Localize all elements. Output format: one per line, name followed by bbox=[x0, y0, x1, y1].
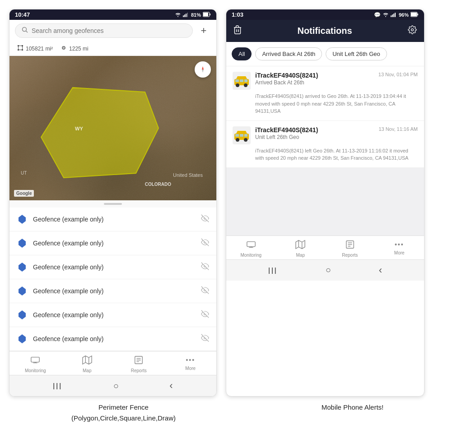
geofence-label: Geofence (example only) bbox=[33, 335, 196, 342]
svg-marker-28 bbox=[83, 356, 92, 364]
list-item[interactable]: Geofence (example only) bbox=[9, 279, 216, 303]
captions-row: Perimeter Fence(Polygon,Circle,Square,Li… bbox=[0, 397, 476, 429]
delete-button[interactable] bbox=[233, 25, 242, 37]
right-status-icons: 💬 96% bbox=[374, 12, 419, 18]
svg-rect-57 bbox=[247, 241, 255, 246]
geofence-list: Geofence (example only) Geofence (exampl… bbox=[9, 208, 216, 351]
eye-slash-icon[interactable] bbox=[201, 262, 209, 272]
left-time: 10:47 bbox=[15, 11, 30, 18]
nav-monitoring-right[interactable]: Monitoring bbox=[226, 240, 276, 258]
distance-icon bbox=[60, 44, 67, 53]
android-home-btn-right[interactable]: ○ bbox=[326, 265, 331, 275]
list-item[interactable]: Geofence (example only) bbox=[9, 327, 216, 351]
map-background: WY United States COLORADO UT Google bbox=[9, 56, 216, 200]
svg-point-52 bbox=[236, 138, 239, 142]
svg-line-8 bbox=[26, 31, 28, 33]
eye-slash-icon[interactable] bbox=[201, 214, 209, 224]
search-input-wrap[interactable] bbox=[15, 23, 193, 38]
car-avatar-2 bbox=[233, 126, 251, 144]
android-menu-btn[interactable]: ||| bbox=[53, 382, 62, 389]
notif-body-2: iTrackEF4940S(8241) 13 Nov, 11:16 AM Uni… bbox=[255, 126, 418, 140]
geofence-polygon[interactable] bbox=[37, 83, 163, 182]
svg-marker-21 bbox=[19, 310, 26, 319]
list-item[interactable]: Geofence (example only) bbox=[9, 208, 216, 231]
right-status-bar: 1:03 💬 96% bbox=[226, 9, 424, 20]
geofence-label: Geofence (example only) bbox=[33, 216, 196, 223]
geofence-icon bbox=[17, 238, 28, 249]
signal-icon-right bbox=[391, 12, 397, 18]
svg-marker-13 bbox=[19, 215, 26, 224]
nav-reports-right[interactable]: Reports bbox=[325, 240, 375, 258]
geofence-label: Geofence (example only) bbox=[33, 240, 196, 247]
eye-slash-icon[interactable] bbox=[201, 310, 209, 320]
map-icon-right bbox=[295, 240, 305, 252]
android-nav-right: ||| ○ ‹ bbox=[226, 259, 424, 281]
add-geofence-button[interactable]: + bbox=[196, 23, 211, 38]
scroll-indicator bbox=[9, 200, 216, 208]
geofence-label: Geofence (example only) bbox=[33, 311, 196, 319]
event-type-2: Unit Left 26th Geo bbox=[255, 134, 418, 140]
timestamp-1: 13 Nov, 01:04 PM bbox=[378, 72, 418, 77]
nav-monitoring[interactable]: Monitoring bbox=[9, 355, 61, 373]
search-bar: + bbox=[9, 20, 216, 42]
android-back-btn[interactable]: ‹ bbox=[169, 380, 173, 392]
google-logo: Google bbox=[14, 190, 34, 197]
compass-button[interactable] bbox=[195, 61, 211, 78]
notif-description-1: iTrackEF4940S(8241) arrived to Geo 26th.… bbox=[233, 92, 418, 115]
svg-rect-55 bbox=[240, 134, 243, 137]
geofence-icon bbox=[17, 214, 28, 225]
notification-item-2[interactable]: iTrackEF4940S(8241) 13 Nov, 11:16 AM Uni… bbox=[226, 121, 424, 168]
list-item[interactable]: Geofence (example only) bbox=[9, 231, 216, 255]
notification-item-1[interactable]: iTrackEF4940S(8241) 13 Nov, 01:04 PM Arr… bbox=[226, 66, 424, 121]
map-label-us: United States bbox=[173, 172, 203, 178]
notifications-header: Notifications bbox=[226, 20, 424, 42]
android-menu-btn-right[interactable]: ||| bbox=[268, 267, 278, 274]
search-input[interactable] bbox=[32, 27, 186, 34]
svg-rect-5 bbox=[203, 13, 208, 16]
area-icon bbox=[17, 44, 24, 53]
nav-map-right[interactable]: Map bbox=[276, 240, 326, 258]
notif-description-2: iTrackEF4940S(8241) left Geo 26th. At 11… bbox=[233, 147, 418, 162]
svg-marker-15 bbox=[19, 239, 26, 248]
svg-marker-12 bbox=[41, 88, 159, 178]
svg-marker-17 bbox=[19, 263, 26, 272]
monitoring-label: Monitoring bbox=[25, 368, 46, 373]
geofence-icon bbox=[17, 309, 28, 320]
svg-marker-19 bbox=[19, 286, 26, 296]
reports-label-right: Reports bbox=[342, 253, 358, 258]
svg-point-47 bbox=[244, 83, 247, 87]
list-item[interactable]: Geofence (example only) bbox=[9, 303, 216, 327]
chip-all[interactable]: All bbox=[232, 47, 252, 60]
monitoring-label-right: Monitoring bbox=[240, 253, 261, 258]
eye-slash-icon[interactable] bbox=[201, 286, 209, 296]
android-nav-left: ||| ○ ‹ bbox=[9, 375, 216, 396]
chip-arrived[interactable]: Arrived Back At 26th bbox=[255, 47, 322, 60]
search-icon bbox=[22, 27, 28, 35]
more-icon-right: ••• bbox=[395, 240, 404, 249]
eye-slash-icon[interactable] bbox=[201, 334, 209, 344]
svg-rect-54 bbox=[235, 134, 239, 137]
nav-more-right[interactable]: ••• More bbox=[375, 240, 425, 258]
settings-button[interactable] bbox=[408, 25, 417, 37]
bottom-nav-right: Monitoring Map Reports ••• More bbox=[226, 236, 424, 259]
left-status-bar: 10:47 81% bbox=[9, 9, 216, 20]
more-label-right: More bbox=[394, 250, 405, 255]
empty-notification-area bbox=[226, 168, 424, 236]
list-item[interactable]: Geofence (example only) bbox=[9, 255, 216, 279]
nav-map[interactable]: Map bbox=[61, 355, 113, 373]
reports-icon bbox=[134, 355, 144, 367]
map-label-wy: WY bbox=[75, 126, 83, 131]
android-back-btn-right[interactable]: ‹ bbox=[379, 264, 382, 276]
left-caption: Perimeter Fence(Polygon,Circle,Square,Li… bbox=[24, 402, 223, 424]
android-home-btn[interactable]: ○ bbox=[113, 381, 119, 391]
chip-left[interactable]: Unit Left 26th Geo bbox=[326, 47, 387, 60]
eye-slash-icon[interactable] bbox=[201, 238, 209, 248]
svg-rect-25 bbox=[31, 357, 39, 362]
area-value: 105821 mi² bbox=[26, 46, 53, 52]
map-area[interactable]: WY United States COLORADO UT Google bbox=[9, 56, 216, 200]
nav-reports[interactable]: Reports bbox=[113, 355, 165, 373]
map-icon bbox=[82, 355, 92, 367]
nav-more[interactable]: ••• More bbox=[165, 355, 217, 373]
geofence-icon bbox=[17, 333, 28, 344]
map-label-ut: UT bbox=[21, 171, 27, 176]
